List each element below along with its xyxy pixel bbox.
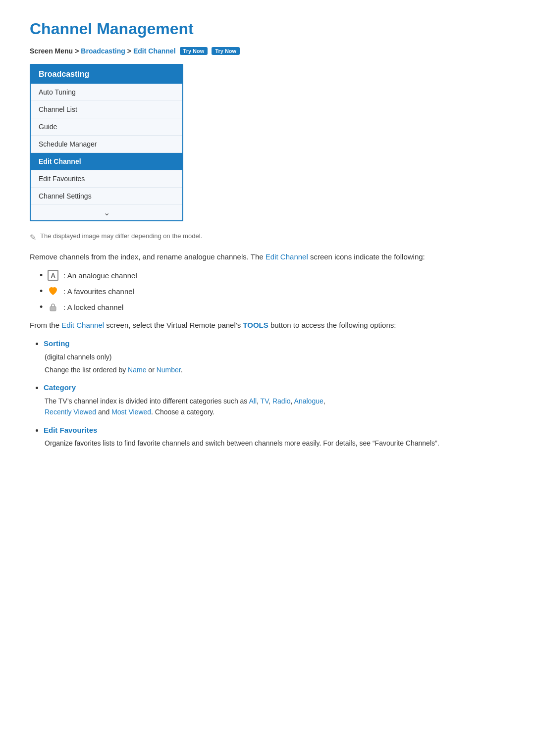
list-item-locked: • : A locked channel (40, 302, 505, 312)
locked-label: : A locked channel (63, 303, 123, 311)
tv-link[interactable]: TV (261, 397, 269, 405)
menu-item-channel-settings[interactable]: Channel Settings (31, 188, 182, 205)
sorting-title: Sorting (44, 339, 70, 348)
menu-item-channel-list[interactable]: Channel List (31, 101, 182, 118)
breadcrumb-link-broadcasting[interactable]: Broadcasting (81, 47, 125, 55)
breadcrumb-sep2: > (127, 47, 131, 55)
menu-item-edit-favourites[interactable]: Edit Favourites (31, 170, 182, 188)
menu-items: Auto Tuning Channel List Guide Schedule … (31, 84, 182, 220)
try-now-button-1[interactable]: Try Now (180, 47, 208, 55)
lock-icon (48, 302, 58, 312)
edit-favourites-sub: Organize favorites lists to find favorit… (45, 438, 505, 449)
tools-link[interactable]: TOOLS (243, 321, 268, 329)
menu-chevron-icon: ⌄ (31, 205, 182, 220)
bullet-dot: • (40, 270, 43, 281)
radio-link[interactable]: Radio (272, 397, 291, 405)
try-now-button-2[interactable]: Try Now (212, 47, 240, 55)
page-title: Channel Management (30, 20, 505, 38)
note-text: The displayed image may differ depending… (40, 232, 202, 240)
svg-rect-0 (50, 306, 56, 311)
list-item-sorting: Sorting (digital channels only) Change t… (44, 338, 505, 375)
breadcrumb-sep1: > (75, 47, 79, 55)
menu-box: Broadcasting Auto Tuning Channel List Gu… (30, 64, 183, 221)
intro-text: Remove channels from the index, and rena… (30, 251, 505, 263)
icons-list: • A : An analogue channel • : A favourit… (40, 270, 505, 312)
list-item-favourites: • : A favourites channel (40, 286, 505, 297)
pencil-icon: ✎ (30, 233, 36, 242)
list-item-edit-favourites: Edit Favourites Organize favorites lists… (44, 425, 505, 449)
menu-item-schedule-manager[interactable]: Schedule Manager (31, 136, 182, 153)
menu-item-edit-channel[interactable]: Edit Channel (31, 153, 182, 170)
menu-item-auto-tuning[interactable]: Auto Tuning (31, 84, 182, 101)
note-row: ✎ The displayed image may differ dependi… (30, 232, 505, 242)
bullet-dot: • (40, 302, 43, 312)
breadcrumb-link-edit-channel[interactable]: Edit Channel (133, 47, 176, 55)
most-viewed-link[interactable]: Most Viewed (111, 408, 151, 416)
menu-item-guide[interactable]: Guide (31, 118, 182, 136)
name-link[interactable]: Name (128, 366, 146, 374)
sorting-sub2: Change the list ordered by Name or Numbe… (45, 364, 505, 375)
edit-channel-link-intro[interactable]: Edit Channel (266, 252, 308, 261)
recently-viewed-link[interactable]: Recently Viewed (45, 408, 96, 416)
tools-intro-text: From the Edit Channel screen, select the… (30, 319, 505, 331)
sorting-sub1: (digital channels only) (45, 352, 505, 362)
analogue-cat-link[interactable]: Analogue (294, 397, 323, 405)
favourites-label: : A favourites channel (63, 287, 134, 296)
list-item-category: Category The TV’s channel index is divid… (44, 382, 505, 417)
number-link[interactable]: Number (157, 366, 181, 374)
edit-favourites-title: Edit Favourites (44, 426, 97, 434)
category-title: Category (44, 383, 76, 392)
analogue-label: : An analogue channel (63, 271, 137, 280)
analogue-icon: A (48, 270, 58, 281)
all-link[interactable]: All (249, 397, 257, 405)
breadcrumb-prefix: Screen Menu (30, 47, 73, 55)
category-sub: The TV’s channel index is divided into d… (45, 396, 505, 418)
list-item-analogue: • A : An analogue channel (40, 270, 505, 281)
menu-header: Broadcasting (31, 65, 182, 84)
bullet-dot: • (40, 286, 43, 297)
heart-icon (48, 286, 58, 297)
options-list: Sorting (digital channels only) Change t… (44, 338, 505, 449)
breadcrumb: Screen Menu > Broadcasting > Edit Channe… (30, 47, 505, 55)
edit-channel-link-tools[interactable]: Edit Channel (61, 321, 104, 329)
